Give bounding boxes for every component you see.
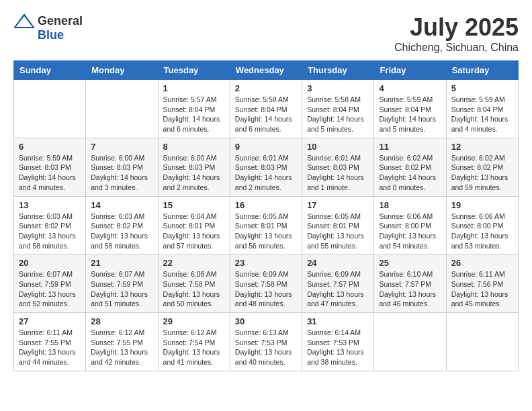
calendar-cell-w2-d1: 6Sunrise: 5:59 AM Sunset: 8:03 PM Daylig…: [14, 138, 86, 196]
header-wednesday: Wednesday: [230, 61, 302, 80]
day-info: Sunrise: 6:07 AM Sunset: 7:59 PM Dayligh…: [91, 269, 152, 309]
day-number: 24: [307, 258, 369, 268]
day-number: 16: [235, 200, 297, 210]
logo-text-blue: Blue: [38, 28, 64, 42]
day-number: 11: [379, 142, 441, 152]
day-info: Sunrise: 6:09 AM Sunset: 7:58 PM Dayligh…: [235, 269, 297, 309]
day-info: Sunrise: 6:03 AM Sunset: 8:02 PM Dayligh…: [19, 212, 81, 251]
day-info: Sunrise: 6:10 AM Sunset: 7:57 PM Dayligh…: [379, 269, 441, 309]
calendar-cell-w1-d3: 1Sunrise: 5:57 AM Sunset: 8:04 PM Daylig…: [158, 80, 230, 138]
day-number: 9: [235, 142, 297, 152]
calendar-cell-w4-d5: 24Sunrise: 6:09 AM Sunset: 7:57 PM Dayli…: [302, 255, 374, 313]
day-info: Sunrise: 6:00 AM Sunset: 8:03 PM Dayligh…: [163, 153, 225, 193]
day-info: Sunrise: 6:05 AM Sunset: 8:01 PM Dayligh…: [235, 212, 297, 251]
calendar-cell-w3-d4: 16Sunrise: 6:05 AM Sunset: 8:01 PM Dayli…: [230, 196, 302, 255]
day-info: Sunrise: 5:58 AM Sunset: 8:04 PM Dayligh…: [235, 95, 297, 134]
day-info: Sunrise: 5:59 AM Sunset: 8:04 PM Dayligh…: [379, 95, 441, 134]
day-info: Sunrise: 6:03 AM Sunset: 8:02 PM Dayligh…: [91, 212, 152, 251]
calendar-cell-w5-d3: 29Sunrise: 6:12 AM Sunset: 7:54 PM Dayli…: [158, 313, 230, 371]
day-number: 28: [91, 316, 152, 326]
calendar-week-3: 13Sunrise: 6:03 AM Sunset: 8:02 PM Dayli…: [14, 196, 519, 255]
day-info: Sunrise: 6:14 AM Sunset: 7:53 PM Dayligh…: [307, 328, 369, 367]
calendar-cell-w2-d4: 9Sunrise: 6:01 AM Sunset: 8:03 PM Daylig…: [230, 138, 302, 196]
day-number: 18: [379, 200, 441, 210]
calendar-cell-w3-d1: 13Sunrise: 6:03 AM Sunset: 8:02 PM Dayli…: [14, 196, 86, 255]
calendar-table: Sunday Monday Tuesday Wednesday Thursday…: [13, 60, 519, 371]
day-info: Sunrise: 5:58 AM Sunset: 8:04 PM Dayligh…: [307, 95, 369, 134]
day-number: 2: [235, 83, 297, 93]
day-number: 23: [235, 258, 297, 268]
calendar-week-5: 27Sunrise: 6:11 AM Sunset: 7:55 PM Dayli…: [14, 313, 519, 371]
day-info: Sunrise: 6:02 AM Sunset: 8:02 PM Dayligh…: [451, 153, 513, 193]
day-info: Sunrise: 6:07 AM Sunset: 7:59 PM Dayligh…: [19, 269, 81, 309]
day-number: 26: [451, 258, 513, 268]
day-number: 15: [163, 200, 225, 210]
day-number: 14: [91, 200, 152, 210]
day-info: Sunrise: 6:05 AM Sunset: 8:01 PM Dayligh…: [307, 212, 369, 251]
calendar-cell-w1-d6: 4Sunrise: 5:59 AM Sunset: 8:04 PM Daylig…: [374, 80, 446, 138]
day-number: 10: [307, 142, 369, 152]
day-info: Sunrise: 6:06 AM Sunset: 8:00 PM Dayligh…: [379, 212, 441, 251]
calendar-cell-w1-d5: 3Sunrise: 5:58 AM Sunset: 8:04 PM Daylig…: [302, 80, 374, 138]
calendar-cell-w4-d7: 26Sunrise: 6:11 AM Sunset: 7:56 PM Dayli…: [446, 255, 518, 313]
day-info: Sunrise: 6:01 AM Sunset: 8:03 PM Dayligh…: [235, 153, 297, 193]
calendar-cell-w1-d1: [14, 80, 86, 138]
calendar-cell-w1-d4: 2Sunrise: 5:58 AM Sunset: 8:04 PM Daylig…: [230, 80, 302, 138]
day-info: Sunrise: 5:57 AM Sunset: 8:04 PM Dayligh…: [163, 95, 225, 134]
calendar-cell-w4-d6: 25Sunrise: 6:10 AM Sunset: 7:57 PM Dayli…: [374, 255, 446, 313]
calendar-cell-w1-d7: 5Sunrise: 5:59 AM Sunset: 8:04 PM Daylig…: [446, 80, 518, 138]
calendar-cell-w2-d7: 12Sunrise: 6:02 AM Sunset: 8:02 PM Dayli…: [446, 138, 518, 196]
location-subtitle: Chicheng, Sichuan, China: [394, 42, 519, 54]
day-info: Sunrise: 6:00 AM Sunset: 8:03 PM Dayligh…: [91, 153, 152, 193]
calendar-week-4: 20Sunrise: 6:07 AM Sunset: 7:59 PM Dayli…: [14, 255, 519, 313]
title-block: July 2025 Chicheng, Sichuan, China: [394, 13, 519, 54]
calendar-cell-w2-d3: 8Sunrise: 6:00 AM Sunset: 8:03 PM Daylig…: [158, 138, 230, 196]
day-info: Sunrise: 6:11 AM Sunset: 7:55 PM Dayligh…: [19, 328, 81, 367]
day-number: 3: [307, 83, 369, 93]
day-number: 25: [379, 258, 441, 268]
calendar-header-row: Sunday Monday Tuesday Wednesday Thursday…: [14, 61, 519, 80]
day-number: 8: [163, 142, 225, 152]
day-number: 6: [19, 142, 81, 152]
day-number: 20: [19, 258, 81, 268]
day-number: 31: [307, 316, 369, 326]
header-sunday: Sunday: [14, 61, 86, 80]
day-number: 30: [235, 316, 297, 326]
day-number: 17: [307, 200, 369, 210]
calendar-cell-w5-d7: [446, 313, 518, 371]
day-info: Sunrise: 6:04 AM Sunset: 8:01 PM Dayligh…: [163, 212, 225, 251]
day-info: Sunrise: 6:13 AM Sunset: 7:53 PM Dayligh…: [235, 328, 297, 367]
logo: General Blue: [13, 13, 83, 42]
month-year-title: July 2025: [394, 13, 519, 42]
day-number: 19: [451, 200, 513, 210]
page-header: General Blue July 2025 Chicheng, Sichuan…: [13, 13, 519, 54]
day-info: Sunrise: 5:59 AM Sunset: 8:03 PM Dayligh…: [19, 153, 81, 193]
header-saturday: Saturday: [446, 61, 518, 80]
calendar-cell-w3-d5: 17Sunrise: 6:05 AM Sunset: 8:01 PM Dayli…: [302, 196, 374, 255]
header-monday: Monday: [86, 61, 158, 80]
calendar-week-2: 6Sunrise: 5:59 AM Sunset: 8:03 PM Daylig…: [14, 138, 519, 196]
day-info: Sunrise: 6:02 AM Sunset: 8:02 PM Dayligh…: [379, 153, 441, 193]
calendar-cell-w3-d6: 18Sunrise: 6:06 AM Sunset: 8:00 PM Dayli…: [374, 196, 446, 255]
calendar-cell-w3-d3: 15Sunrise: 6:04 AM Sunset: 8:01 PM Dayli…: [158, 196, 230, 255]
header-friday: Friday: [374, 61, 446, 80]
calendar-cell-w5-d1: 27Sunrise: 6:11 AM Sunset: 7:55 PM Dayli…: [14, 313, 86, 371]
header-tuesday: Tuesday: [158, 61, 230, 80]
day-number: 1: [163, 83, 225, 93]
calendar-cell-w4-d4: 23Sunrise: 6:09 AM Sunset: 7:58 PM Dayli…: [230, 255, 302, 313]
calendar-cell-w1-d2: [86, 80, 158, 138]
calendar-cell-w2-d6: 11Sunrise: 6:02 AM Sunset: 8:02 PM Dayli…: [374, 138, 446, 196]
day-info: Sunrise: 6:11 AM Sunset: 7:56 PM Dayligh…: [451, 269, 513, 309]
day-info: Sunrise: 6:08 AM Sunset: 7:58 PM Dayligh…: [163, 269, 225, 309]
day-number: 7: [91, 142, 152, 152]
calendar-cell-w5-d5: 31Sunrise: 6:14 AM Sunset: 7:53 PM Dayli…: [302, 313, 374, 371]
logo-icon: [13, 13, 35, 28]
day-info: Sunrise: 6:09 AM Sunset: 7:57 PM Dayligh…: [307, 269, 369, 309]
day-number: 22: [163, 258, 225, 268]
day-info: Sunrise: 6:12 AM Sunset: 7:54 PM Dayligh…: [163, 328, 225, 367]
day-number: 21: [91, 258, 152, 268]
calendar-cell-w5-d2: 28Sunrise: 6:12 AM Sunset: 7:55 PM Dayli…: [86, 313, 158, 371]
day-number: 12: [451, 142, 513, 152]
day-info: Sunrise: 6:12 AM Sunset: 7:55 PM Dayligh…: [91, 328, 152, 367]
calendar-cell-w4-d1: 20Sunrise: 6:07 AM Sunset: 7:59 PM Dayli…: [14, 255, 86, 313]
